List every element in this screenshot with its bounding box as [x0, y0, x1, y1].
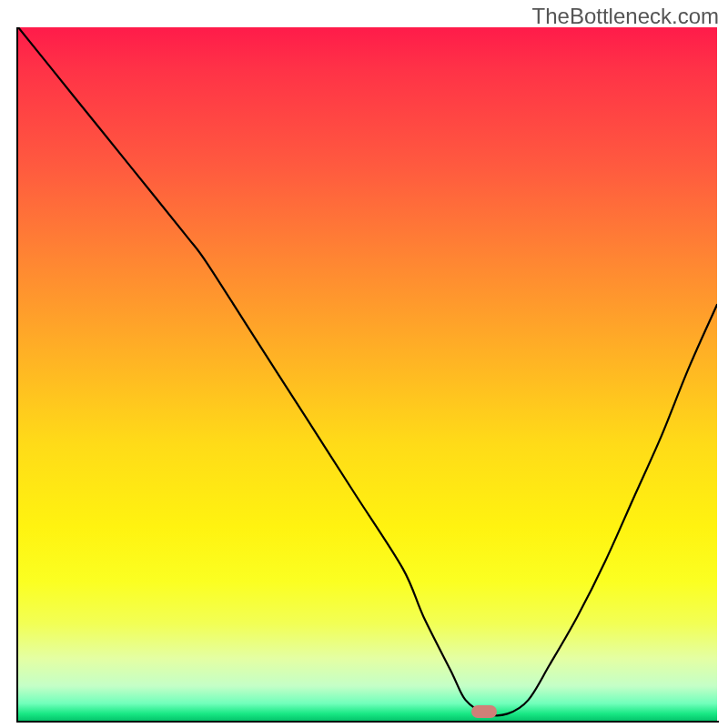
plot-area	[18, 27, 717, 721]
optimum-marker	[471, 705, 497, 718]
bottleneck-curve	[18, 27, 717, 715]
x-axis-line	[16, 721, 719, 723]
watermark-text: TheBottleneck.com	[532, 4, 719, 29]
curve-svg	[18, 27, 717, 721]
chart-container: TheBottleneck.com	[0, 0, 728, 728]
axis-left-gutter	[0, 0, 18, 728]
y-axis-line	[16, 27, 18, 722]
